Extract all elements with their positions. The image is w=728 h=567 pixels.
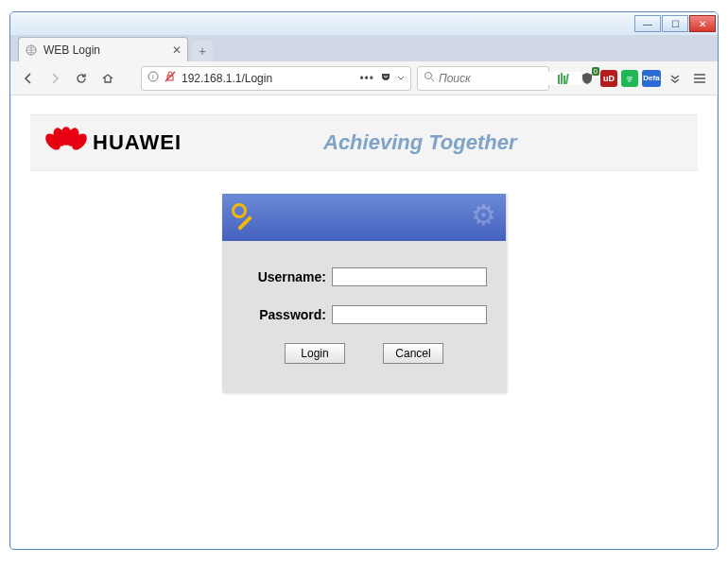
svg-rect-10 — [565, 73, 569, 83]
svg-line-6 — [431, 78, 434, 81]
spotify-extension-icon[interactable] — [621, 70, 638, 87]
library-icon[interactable] — [555, 70, 574, 87]
info-icon[interactable]: i — [147, 71, 159, 85]
reload-button[interactable] — [71, 68, 92, 89]
new-tab-button[interactable]: + — [192, 41, 213, 61]
overflow-icon[interactable] — [665, 68, 685, 89]
close-window-button[interactable]: ✕ — [689, 15, 716, 32]
forward-button[interactable] — [44, 68, 65, 89]
password-row: Password: — [241, 305, 487, 324]
defa-extension-icon[interactable]: Defa — [642, 70, 661, 87]
tab-web-login[interactable]: WEB Login ✕ — [18, 37, 188, 61]
tagline: Achieving Together — [323, 130, 517, 155]
home-button[interactable] — [97, 68, 118, 89]
page-content: HUAWEI Achieving Together ⚙ Username: — [11, 95, 717, 548]
svg-text:i: i — [152, 73, 154, 81]
svg-rect-9 — [563, 76, 565, 84]
pocket-icon[interactable] — [380, 71, 391, 85]
tab-strip: WEB Login ✕ + — [10, 35, 718, 61]
search-bar[interactable] — [417, 66, 549, 91]
username-label: Username: — [241, 269, 326, 284]
page-actions-icon[interactable]: ••• — [359, 72, 374, 85]
url-bar[interactable]: i ••• — [141, 66, 411, 91]
svg-rect-8 — [561, 73, 563, 84]
password-input[interactable] — [332, 305, 487, 324]
back-button[interactable] — [18, 68, 39, 89]
cancel-button[interactable]: Cancel — [383, 343, 443, 364]
svg-point-11 — [625, 74, 634, 83]
banner-decoration-icon: ⚙ — [471, 198, 496, 232]
ublock-extension-icon[interactable]: uD — [600, 70, 617, 87]
window-titlebar: — ☐ ✕ — [10, 12, 718, 35]
page-header: HUAWEI Achieving Together — [30, 114, 698, 171]
brand-name: HUAWEI — [93, 130, 182, 155]
username-input[interactable] — [332, 267, 487, 286]
username-row: Username: — [241, 267, 487, 286]
extension-badge: 0 — [592, 67, 599, 76]
shield-extension-icon[interactable]: 0 — [578, 70, 597, 87]
menu-icon[interactable] — [689, 68, 710, 89]
url-input[interactable] — [182, 72, 354, 85]
search-icon — [424, 71, 435, 85]
login-banner: ⚙ — [222, 194, 506, 241]
browser-window: — ☐ ✕ WEB Login ✕ + i — [9, 11, 719, 550]
password-label: Password: — [241, 307, 326, 322]
insecure-icon — [165, 71, 176, 85]
huawei-logo-icon — [47, 127, 85, 159]
maximize-button[interactable]: ☐ — [662, 15, 688, 32]
minimize-button[interactable]: — — [634, 15, 661, 32]
svg-rect-7 — [558, 75, 560, 84]
login-button[interactable]: Login — [285, 343, 345, 364]
login-panel: ⚙ Username: Password: Login Cancel — [222, 194, 506, 392]
svg-point-5 — [425, 73, 432, 79]
tab-close-button[interactable]: ✕ — [172, 43, 182, 57]
keys-icon — [230, 201, 262, 233]
brand-logo: HUAWEI — [47, 127, 182, 159]
tab-title: WEB Login — [43, 43, 166, 57]
url-dropdown-icon[interactable] — [397, 72, 405, 85]
browser-toolbar: i ••• 0 — [10, 61, 718, 95]
button-row: Login Cancel — [241, 343, 487, 377]
extension-icons: 0 uD Defa — [555, 68, 710, 89]
tab-favicon-icon — [25, 43, 38, 57]
